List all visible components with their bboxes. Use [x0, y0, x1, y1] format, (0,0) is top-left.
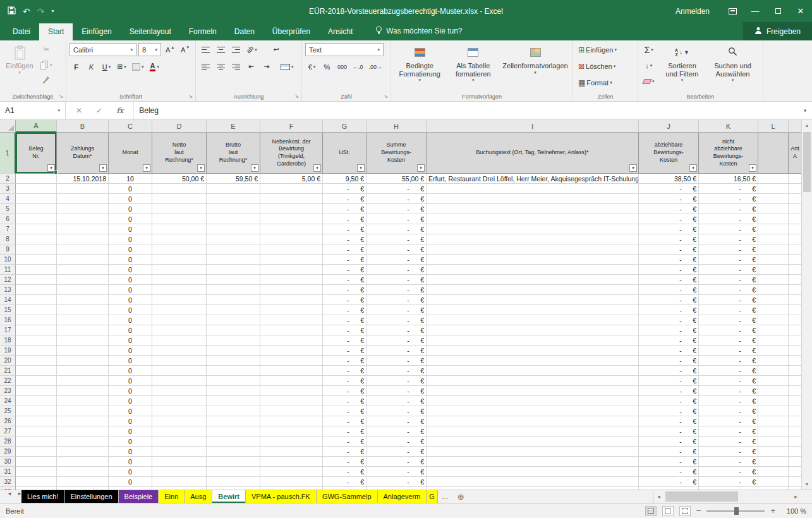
cell-C8[interactable]: 0 [109, 234, 152, 244]
cell-H28[interactable]: - € [367, 437, 427, 447]
cell-H20[interactable]: - € [367, 356, 427, 366]
cell-C9[interactable]: 0 [109, 244, 152, 255]
cell-A5[interactable] [16, 204, 57, 214]
cell-B26[interactable] [57, 416, 109, 426]
cell-M8[interactable] [789, 234, 801, 244]
cell-I28[interactable] [427, 437, 639, 447]
cell-B8[interactable] [57, 234, 109, 244]
cell-C24[interactable]: 0 [109, 396, 152, 406]
increase-indent-button[interactable]: ⇥ [260, 60, 273, 73]
cell-E28[interactable] [207, 437, 260, 447]
cell-K11[interactable]: - € [699, 265, 758, 275]
cell-K3[interactable]: - € [699, 184, 758, 194]
cell-A32[interactable] [16, 477, 57, 487]
cell-J11[interactable]: - € [639, 265, 699, 275]
insert-cells-button[interactable]: ⊞Einfügen▾ [576, 43, 619, 56]
sheet-tab-bewirt[interactable]: Bewirt [212, 490, 246, 503]
cell-E31[interactable] [207, 467, 260, 477]
row-header-32[interactable]: 32 [0, 477, 16, 487]
cell-L2[interactable] [758, 174, 789, 184]
cell-I10[interactable] [427, 255, 639, 265]
borders-button[interactable]: ⊞▾ [115, 60, 128, 73]
cell-D17[interactable] [152, 325, 207, 335]
cell-A14[interactable] [16, 295, 57, 305]
cell-K21[interactable]: - € [699, 366, 758, 376]
cell-E17[interactable] [207, 325, 260, 335]
cell-E10[interactable] [207, 255, 260, 265]
cell-G2[interactable]: 9,50 € [323, 174, 367, 184]
cell-L3[interactable] [758, 184, 789, 194]
vertical-scrollbar[interactable]: ▴ ▾ [801, 120, 812, 490]
cell-C22[interactable]: 0 [109, 376, 152, 386]
row-header-18[interactable]: 18 [0, 335, 16, 346]
cell-I25[interactable] [427, 406, 639, 416]
cell-B9[interactable] [57, 244, 109, 255]
column-header-next[interactable] [789, 120, 801, 133]
decrease-font-size-button[interactable]: A▾ [178, 43, 191, 56]
tab-ueberpruefen[interactable]: Überprüfen [264, 23, 319, 40]
cell-H7[interactable]: - € [367, 224, 427, 234]
zoom-out-button[interactable]: − [696, 506, 701, 515]
cell-K23[interactable]: - € [699, 386, 758, 396]
cell-D6[interactable] [152, 214, 207, 224]
increase-font-size-button[interactable]: A▴ [163, 43, 176, 56]
row-header-11[interactable]: 11 [0, 265, 16, 275]
row-header-21[interactable]: 21 [0, 366, 16, 376]
ribbon-display-options-icon[interactable] [721, 0, 744, 22]
cell-C32[interactable]: 0 [109, 477, 152, 487]
cell-M18[interactable] [789, 335, 801, 346]
cell-M26[interactable] [789, 416, 801, 426]
cell-A10[interactable] [16, 255, 57, 265]
cell-H5[interactable]: - € [367, 204, 427, 214]
cell-F12[interactable] [260, 275, 323, 285]
cell-G15[interactable]: - € [323, 305, 367, 315]
cell-G14[interactable]: - € [323, 295, 367, 305]
cell-L31[interactable] [758, 467, 789, 477]
cell-M6[interactable] [789, 214, 801, 224]
filter-button[interactable]: ▾ [313, 164, 321, 172]
cell-I22[interactable] [427, 376, 639, 386]
column-header-L[interactable]: L [758, 120, 789, 133]
align-top-button[interactable] [199, 43, 212, 56]
cell-B23[interactable] [57, 386, 109, 396]
cell-J32[interactable]: - € [639, 477, 699, 487]
formula-bar-expand-icon[interactable]: ▾ [798, 102, 812, 119]
cell-G13[interactable]: - € [323, 285, 367, 295]
cell-C30[interactable]: 0 [109, 457, 152, 467]
cell-G24[interactable]: - € [323, 396, 367, 406]
cell-G26[interactable]: - € [323, 416, 367, 426]
cell-I5[interactable] [427, 204, 639, 214]
row-header-4[interactable]: 4 [0, 194, 16, 204]
cell-A28[interactable] [16, 437, 57, 447]
cell-J16[interactable]: - € [639, 315, 699, 325]
cell-H8[interactable]: - € [367, 234, 427, 244]
cell-L19[interactable] [758, 346, 789, 356]
cell-L27[interactable] [758, 426, 789, 437]
cell-F1[interactable]: Nebenkost. der Bewirtung (Trinkgeld, Gar… [260, 133, 323, 174]
cell-F28[interactable] [260, 437, 323, 447]
cell-H1[interactable]: Summe Bewirtungs- Kosten▾ [367, 133, 427, 174]
cell-M28[interactable] [789, 437, 801, 447]
cell-H11[interactable]: - € [367, 265, 427, 275]
cell-I27[interactable] [427, 426, 639, 437]
cell-I9[interactable] [427, 244, 639, 255]
cell-A17[interactable] [16, 325, 57, 335]
cell-D16[interactable] [152, 315, 207, 325]
cell-C2[interactable]: 10 [109, 174, 152, 184]
sheet-tab-anlageverm[interactable]: Anlageverm [378, 490, 427, 503]
cell-F10[interactable] [260, 255, 323, 265]
cell-J6[interactable]: - € [639, 214, 699, 224]
format-painter-button[interactable] [39, 73, 54, 87]
cell-J2[interactable]: 38,50 € [639, 174, 699, 184]
zoom-slider[interactable] [706, 510, 765, 512]
cell-M9[interactable] [789, 244, 801, 255]
cell-F13[interactable] [260, 285, 323, 295]
cell-D24[interactable] [152, 396, 207, 406]
cell-I17[interactable] [427, 325, 639, 335]
cell-G10[interactable]: - € [323, 255, 367, 265]
cell-L25[interactable] [758, 406, 789, 416]
cell-C1[interactable]: Monat▾ [109, 133, 152, 174]
font-color-button[interactable]: A▾ [148, 60, 161, 73]
cell-C25[interactable]: 0 [109, 406, 152, 416]
row-header-12[interactable]: 12 [0, 275, 16, 285]
